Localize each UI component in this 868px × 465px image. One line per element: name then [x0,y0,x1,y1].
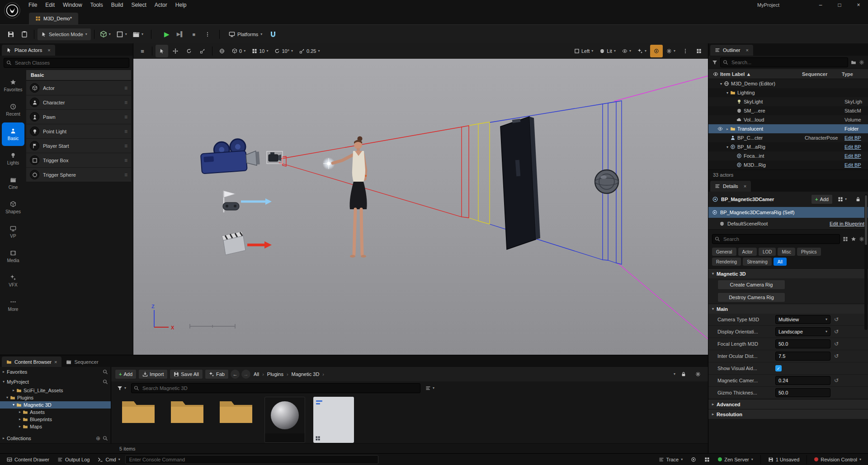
sidebar-collections[interactable]: ▸ Collections ⊕ [0,433,111,443]
tree-item-maps[interactable]: ▸ Maps [0,423,111,430]
asset-folder[interactable] [166,397,208,442]
section-main[interactable]: ▾ Main [708,304,868,314]
blueprints-dropdown[interactable]: ▾ [114,28,129,41]
drag-grip-icon[interactable]: ≡ [124,157,127,164]
cinematics-dropdown[interactable]: ▾ [130,28,146,41]
inter-ocular-field[interactable] [775,352,830,361]
menu-help[interactable]: Help [171,0,191,10]
destroy-camera-rig-button[interactable]: Destroy Camera Rig [717,292,785,302]
tree-item-scifi[interactable]: ▸ SciFi_Lite_Assets [0,387,111,394]
nav-more[interactable]: More [2,293,24,317]
minimize-button[interactable]: – [811,0,830,10]
menu-window[interactable]: Window [59,0,86,10]
details-scrollbar[interactable] [864,194,868,330]
trace-dropdown[interactable]: Trace ▾ [656,455,686,465]
path-dropdown-icon[interactable]: ▾ [674,372,675,376]
column-sequencer[interactable]: Sequencer [802,71,842,77]
zen-server-dropdown[interactable]: Zen Server ▾ [715,455,756,465]
level-viewport[interactable]: ≡ 0▾ 10▾ [133,43,708,355]
import-button[interactable]: Import [138,369,168,379]
asset-search-input[interactable] [132,385,420,391]
nav-media[interactable]: Media [2,244,24,268]
platforms-dropdown[interactable]: Platforms ▾ [225,28,266,40]
reset-to-default-icon[interactable]: ↺ [834,329,839,335]
frustum-camera[interactable] [267,151,283,164]
show-visual-aid-checkbox[interactable]: ✓ [775,365,782,371]
nav-lights[interactable]: Lights [2,147,24,170]
tree-item-assets[interactable]: ▸ Assets [0,409,111,416]
grid-snap-dropdown[interactable]: 10▾ [249,46,271,56]
browse-content-button[interactable] [18,28,31,41]
rotate-tool-button[interactable] [183,45,195,57]
asset-folder[interactable] [118,397,159,442]
add-actor-dropdown[interactable]: ▾ [98,28,113,41]
sort-options-icon[interactable]: ▾ [423,382,437,395]
viewport-options-icon[interactable]: ≡ [136,45,149,57]
expander-icon[interactable]: ▾ [725,145,730,149]
tab-details[interactable]: Details × [710,181,751,192]
nav-cine[interactable]: Cine [2,171,24,195]
drag-grip-icon[interactable]: ≡ [124,85,127,91]
stop-button[interactable]: ■ [188,28,200,41]
target-icon-button[interactable] [688,455,699,465]
maximize-button[interactable]: □ [830,0,849,10]
create-camera-rig-button[interactable]: Create Camera Rig [717,280,785,290]
outliner-row[interactable]: ▾ Lighting [708,88,868,97]
close-icon[interactable]: × [54,359,57,365]
component-options-icon[interactable]: ▾ [835,194,849,204]
display-grid-icon[interactable] [843,236,848,242]
drag-grip-icon[interactable]: ≡ [124,172,127,178]
menu-edit[interactable]: Edit [41,0,59,10]
outliner-row[interactable]: Vol...loud Volume [708,115,868,124]
nav-shapes[interactable]: Shapes [2,196,24,219]
outliner-search-input[interactable] [721,60,848,65]
camera-rig-active-button[interactable] [650,45,663,57]
tab-sequencer[interactable]: Sequencer [61,357,103,367]
edit-in-blueprint-link[interactable]: Edit in Blueprint [830,221,864,226]
world-local-toggle[interactable] [216,45,228,57]
add-collection-icon[interactable]: ⊕ [96,435,100,442]
outliner-search-box[interactable] [720,57,848,67]
filter-misc[interactable]: Misc [778,248,795,256]
placeable-actor[interactable]: Trigger Sphere ≡ [26,168,131,182]
menu-tools[interactable]: Tools [86,0,107,10]
outliner-row[interactable]: BP_C...cter CharacterPoseEdit BP [708,133,868,142]
cmd-dropdown[interactable]: Cmd ▾ [94,455,123,465]
sequence-clapperboard-gizmo[interactable] [222,231,272,255]
placeable-actor[interactable]: Player Start ≡ [26,139,131,153]
magnetic-camera-input[interactable] [778,378,827,383]
tab-outliner[interactable]: Outliner × [710,45,753,56]
drag-grip-icon[interactable]: ≡ [124,99,127,106]
reset-to-default-icon[interactable]: ↺ [834,353,839,359]
nav-favorites[interactable]: Favorites [2,74,24,97]
outliner-row[interactable]: ▾ BP_M...aRig Edit BP [708,142,868,151]
asset-folder[interactable] [215,397,257,442]
nav-vfx[interactable]: VFX [2,269,24,292]
view-mode-dropdown[interactable]: Lit▾ [597,46,618,56]
asset-blueprint[interactable] [313,397,354,442]
rotation-snap-dropdown[interactable]: 10°▾ [272,46,296,56]
focal-length-input[interactable] [778,341,827,347]
scale-snap-dropdown[interactable]: 0.25▾ [297,46,322,56]
breadcrumb-all[interactable]: All [252,371,260,377]
close-icon[interactable]: × [744,183,746,189]
details-search-box[interactable] [712,234,840,244]
camera-preview-sphere[interactable] [595,170,618,193]
cine-camera-gizmo[interactable] [200,138,260,174]
filter-streaming[interactable]: Streaming [743,258,772,266]
outliner-row[interactable]: Foca...int Edit BP [708,151,868,160]
search-icon[interactable] [103,379,108,385]
play-button[interactable]: ▶ [160,28,173,41]
breadcrumb-magnetic3d[interactable]: Magnetic 3D [290,371,321,377]
tab-place-actors[interactable]: Place Actors × [2,45,55,56]
more-options-icon[interactable] [679,45,692,57]
filter-rendering[interactable]: Rendering [712,258,741,266]
unreal-engine-logo[interactable] [4,2,21,19]
placeable-actor[interactable]: Actor ≡ [26,81,131,95]
nav-recent[interactable]: Recent [2,98,24,122]
show-flags-dropdown[interactable]: ▾ [619,46,634,56]
reset-to-default-icon[interactable]: ↺ [834,341,839,347]
search-classes-box[interactable] [4,58,129,68]
play-options-dropdown[interactable] [201,28,214,41]
viewport-settings-dropdown[interactable]: ▾ [664,46,678,56]
